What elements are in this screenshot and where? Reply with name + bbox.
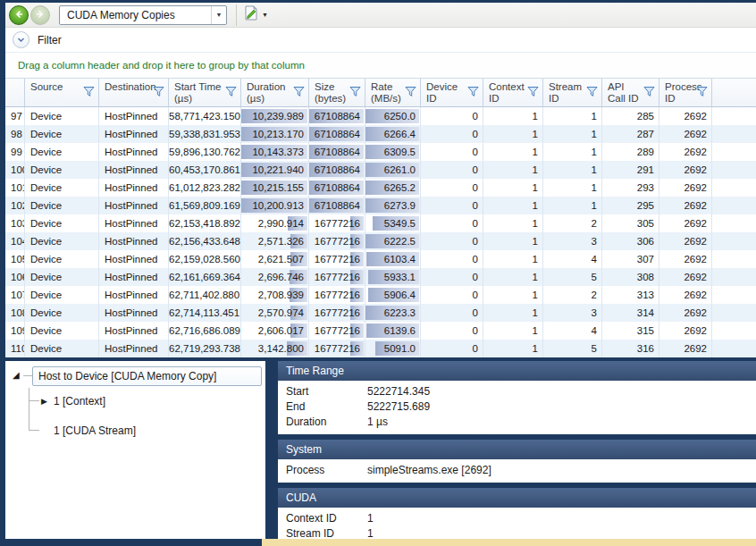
view-selector-value: CUDA Memory Copies [60, 9, 211, 21]
cell-destination: HostPinned [99, 232, 169, 250]
filter-funnel-icon[interactable] [643, 86, 655, 100]
table-row[interactable]: 107DeviceHostPinned62,711,402.8802,708.9… [5, 286, 756, 304]
table-row[interactable]: 104DeviceHostPinned62,156,433.6482,571.3… [5, 232, 756, 250]
cell-context_id: 1 [483, 107, 543, 125]
cell-num: 107 [5, 286, 25, 304]
cell-destination: HostPinned [99, 214, 169, 232]
details-section-system: SystemProcesssimpleStreams.exe [2692] [278, 440, 756, 483]
cell-destination: HostPinned [99, 304, 169, 322]
cell-source: Device [25, 250, 99, 268]
tree-collapsed-icon[interactable]: ▶ [41, 397, 54, 406]
table-row[interactable]: 102DeviceHostPinned61,569,809.16910,200.… [5, 197, 756, 214]
table-row[interactable]: 97DeviceHostPinned58,771,423.15010,239.9… [5, 107, 756, 125]
cell-context_id: 1 [483, 197, 543, 214]
filter-funnel-icon[interactable] [586, 86, 598, 100]
cell-duration: 10,143.373 [241, 143, 309, 161]
cell-duration: 2,621.507 [241, 250, 309, 268]
cell-source: Device [25, 268, 99, 286]
cell-context_id: 1 [483, 125, 543, 143]
cell-source: Device [25, 107, 99, 125]
cell-duration: 10,213.170 [241, 125, 309, 143]
column-header-stream_id[interactable]: StreamID [543, 79, 602, 106]
tree-item-cuda-stream[interactable]: 1 [CUDA Stream] [41, 423, 136, 439]
cell-num: 102 [5, 197, 25, 214]
column-header-process_id[interactable]: ProcessID [659, 79, 712, 106]
filter-funnel-icon[interactable] [527, 86, 539, 100]
cell-size: 67108864 [309, 107, 365, 125]
table-row[interactable]: 106DeviceHostPinned62,161,669.3642,696.7… [5, 268, 756, 286]
column-header-device_id[interactable]: DeviceID [421, 79, 483, 106]
table-row[interactable]: 100DeviceHostPinned60,453,170.86110,221.… [5, 161, 756, 179]
cell-api_call_id: 306 [602, 232, 659, 250]
cell-source: Device [25, 214, 99, 232]
detail-value: 5222714.345 [367, 384, 430, 399]
cell-device_id: 0 [421, 107, 483, 125]
filter-funnel-icon[interactable] [293, 86, 305, 100]
tree-expanded-icon[interactable]: ◢ [13, 370, 20, 380]
cell-num: 110 [5, 340, 25, 357]
table-row[interactable]: 99DeviceHostPinned59,896,130.76210,143.3… [5, 143, 756, 161]
forward-button[interactable] [30, 5, 50, 25]
view-selector-dropdown[interactable]: CUDA Memory Copies ▼ [59, 5, 227, 25]
cell-process_id: 2692 [659, 161, 712, 179]
cell-process_id: 2692 [659, 340, 712, 357]
cell-process_id: 2692 [659, 304, 712, 322]
filter-funnel-icon[interactable] [83, 86, 95, 100]
cell-num: 108 [5, 304, 25, 322]
column-header-destination[interactable]: Destination [99, 79, 169, 106]
column-header-size[interactable]: Size(bytes) [309, 79, 365, 106]
bottom-status-strip [262, 539, 756, 546]
cell-source: Device [25, 197, 99, 214]
cell-rate: 6273.9 [365, 197, 421, 214]
cell-destination: HostPinned [99, 161, 169, 179]
details-section-cuda: CUDAContext ID1Stream ID1API Call ID78 [278, 488, 756, 539]
cell-rate: 6250.0 [365, 107, 421, 125]
report-dropdown-arrow-icon: ▼ [262, 12, 268, 18]
table-row[interactable]: 101DeviceHostPinned61,012,823.28210,215.… [5, 179, 756, 197]
cell-stream_id: 5 [543, 268, 602, 286]
filter-funnel-icon[interactable] [153, 86, 164, 100]
section-title: Time Range [278, 361, 756, 381]
cell-rate: 6222.5 [365, 232, 421, 250]
tree-item-context[interactable]: ▶ 1 [Context] [41, 393, 105, 409]
cell-filler [712, 107, 756, 125]
back-button[interactable] [9, 5, 29, 25]
filter-funnel-icon[interactable] [696, 86, 708, 100]
cell-rate: 6266.4 [365, 125, 421, 143]
table-row[interactable]: 110DeviceHostPinned62,719,293.7383,142.8… [5, 340, 756, 357]
column-header-source[interactable]: Source [25, 79, 99, 106]
table-row[interactable]: 109DeviceHostPinned62,716,686.0892,606.0… [5, 322, 756, 340]
report-button[interactable]: ▼ [242, 4, 270, 27]
column-header-api_call_id[interactable]: APICall ID [602, 79, 659, 106]
column-header-start_time[interactable]: Start Time(µs) [169, 79, 241, 106]
cell-source: Device [25, 125, 99, 143]
cell-destination: HostPinned [99, 125, 169, 143]
filter-funnel-icon[interactable] [405, 86, 416, 100]
cell-size: 16777216 [309, 340, 365, 357]
cell-duration: 10,215.155 [241, 179, 309, 197]
column-header-duration[interactable]: Duration(µs) [241, 79, 309, 106]
dropdown-arrow-icon: ▼ [211, 6, 226, 24]
detail-row: Start5222714.345 [278, 384, 756, 399]
table-row[interactable]: 108DeviceHostPinned62,714,113.4512,570.9… [5, 304, 756, 322]
cell-duration: 2,606.017 [241, 322, 309, 340]
cell-stream_id: 1 [543, 143, 602, 161]
table-row[interactable]: 105DeviceHostPinned62,159,028.5602,621.5… [5, 250, 756, 268]
column-header-rate[interactable]: Rate(MB/s) [365, 79, 421, 106]
table-row[interactable]: 98DeviceHostPinned59,338,831.95310,213.1… [5, 125, 756, 143]
filter-expand-button[interactable] [13, 31, 29, 48]
column-header-context_id[interactable]: ContextID [483, 79, 543, 106]
tree-root-item[interactable]: Host to Device [CUDA Memory Copy] [23, 366, 262, 386]
cell-device_id: 0 [421, 197, 483, 214]
cell-device_id: 0 [421, 250, 483, 268]
filter-funnel-icon[interactable] [349, 86, 361, 100]
cell-rate: 6223.3 [365, 304, 421, 322]
table-row[interactable]: 103DeviceHostPinned62,153,418.8922,990.9… [5, 214, 756, 232]
filter-funnel-icon[interactable] [467, 86, 479, 100]
cell-source: Device [25, 161, 99, 179]
group-by-bar[interactable]: Drag a column header and drop it here to… [5, 53, 756, 79]
cell-source: Device [25, 143, 99, 161]
column-header-num[interactable] [5, 79, 25, 106]
cell-process_id: 2692 [659, 250, 712, 268]
filter-funnel-icon[interactable] [225, 86, 237, 100]
